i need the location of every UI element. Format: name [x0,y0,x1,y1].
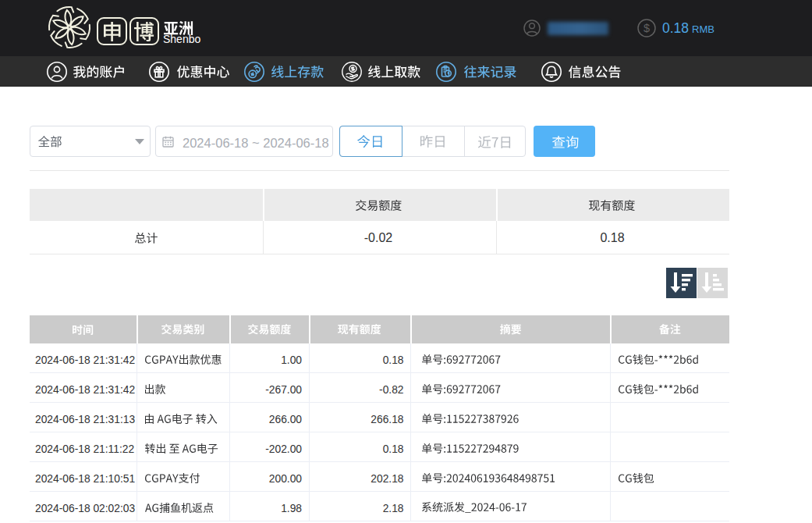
svg-text:$: $ [644,22,650,34]
